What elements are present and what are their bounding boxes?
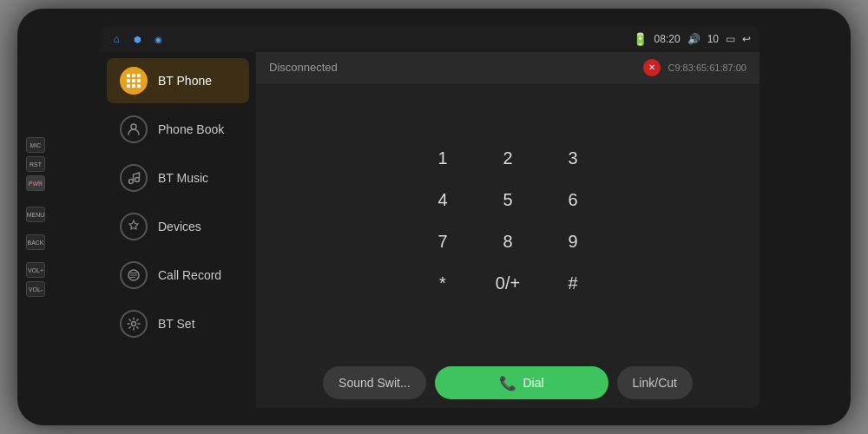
sidebar: BT Phone Phone Book bbox=[100, 52, 256, 408]
bottom-buttons: Sound Swit... 📞 Dial Link/Cut bbox=[256, 358, 760, 408]
dial-key-1[interactable]: 1 bbox=[419, 141, 467, 175]
sidebar-item-bt-music[interactable]: BT Music bbox=[107, 155, 249, 201]
side-buttons-panel: MIC RST PWR MENU BACK VOL+ VOL- bbox=[26, 137, 45, 297]
bt-music-icon bbox=[120, 164, 148, 192]
devices-icon bbox=[120, 213, 148, 240]
svg-rect-5 bbox=[137, 79, 141, 82]
sidebar-label-call-record: Call Record bbox=[158, 268, 221, 282]
right-panel: Disconnected ✕ C9:83:65:61:87:00 1 2 3 4 bbox=[256, 52, 760, 408]
battery-icon: 🔋 bbox=[633, 32, 648, 46]
link-cut-button[interactable]: Link/Cut bbox=[617, 366, 693, 399]
bluetooth-icon: ⬢ bbox=[129, 31, 145, 47]
svg-rect-2 bbox=[137, 74, 141, 77]
status-left: ⌂ ⬢ ◉ bbox=[108, 31, 166, 47]
svg-rect-4 bbox=[132, 79, 135, 82]
back-arrow-icon[interactable]: ↩ bbox=[742, 33, 751, 45]
phone-icon: 📞 bbox=[499, 375, 516, 391]
dial-key-4[interactable]: 4 bbox=[419, 182, 467, 217]
dial-row-1: 1 2 3 bbox=[419, 141, 597, 175]
dial-key-8[interactable]: 8 bbox=[484, 224, 532, 259]
dial-button[interactable]: 📞 Dial bbox=[435, 366, 608, 399]
rst-button[interactable]: RST bbox=[26, 156, 45, 172]
dial-key-hash[interactable]: # bbox=[549, 266, 597, 300]
wifi-icon: ◉ bbox=[150, 31, 166, 47]
dial-row-2: 4 5 6 bbox=[419, 182, 597, 217]
vol-up-button[interactable]: VOL+ bbox=[26, 262, 45, 278]
main-screen: ⌂ ⬢ ◉ 🔋 08:20 🔊 10 ▭ ↩ bbox=[100, 26, 760, 408]
svg-rect-1 bbox=[132, 74, 135, 77]
bt-set-icon bbox=[120, 310, 148, 338]
svg-point-16 bbox=[132, 322, 136, 326]
back-button[interactable]: BACK bbox=[26, 234, 45, 250]
pwr-button[interactable]: PWR bbox=[26, 175, 45, 191]
time-display: 08:20 bbox=[654, 33, 681, 45]
dial-row-3: 7 8 9 bbox=[419, 224, 597, 259]
dial-key-6[interactable]: 6 bbox=[549, 182, 597, 217]
mic-button[interactable]: MIC bbox=[26, 137, 45, 153]
volume-icon: 🔊 bbox=[687, 33, 700, 45]
sidebar-label-bt-phone: BT Phone bbox=[158, 74, 212, 88]
sidebar-item-devices[interactable]: Devices bbox=[107, 204, 249, 249]
dial-key-9[interactable]: 9 bbox=[549, 224, 597, 259]
main-content: BT Phone Phone Book bbox=[100, 52, 760, 408]
screen-icon: ▭ bbox=[726, 33, 735, 45]
battery-level: 10 bbox=[707, 33, 719, 45]
sidebar-item-bt-phone[interactable]: BT Phone bbox=[107, 58, 249, 103]
dial-key-star[interactable]: * bbox=[419, 266, 467, 300]
svg-rect-7 bbox=[132, 84, 135, 88]
connection-status: Disconnected bbox=[269, 61, 338, 74]
dial-key-0[interactable]: 0/+ bbox=[484, 266, 532, 300]
sidebar-item-bt-set[interactable]: BT Set bbox=[107, 301, 249, 346]
car-head-unit: MIC RST PWR MENU BACK VOL+ VOL- ⌂ ⬢ bbox=[17, 9, 851, 425]
call-record-icon bbox=[120, 261, 148, 289]
sound-switch-button[interactable]: Sound Swit... bbox=[323, 366, 426, 399]
dial-key-2[interactable]: 2 bbox=[484, 141, 532, 175]
sidebar-label-devices: Devices bbox=[158, 220, 201, 233]
dial-key-7[interactable]: 7 bbox=[419, 224, 467, 259]
device-info: ✕ C9:83:65:61:87:00 bbox=[643, 59, 746, 76]
svg-point-11 bbox=[135, 178, 140, 182]
sidebar-item-call-record[interactable]: Call Record bbox=[107, 253, 249, 298]
connection-bar: Disconnected ✕ C9:83:65:61:87:00 bbox=[256, 52, 760, 83]
sidebar-item-phone-book[interactable]: Phone Book bbox=[107, 107, 249, 152]
sidebar-label-bt-music: BT Music bbox=[158, 171, 208, 185]
phone-book-icon bbox=[120, 115, 148, 143]
svg-rect-3 bbox=[127, 79, 130, 82]
svg-rect-6 bbox=[127, 84, 130, 88]
dial-key-5[interactable]: 5 bbox=[484, 182, 532, 217]
svg-point-9 bbox=[131, 124, 136, 129]
menu-button[interactable]: MENU bbox=[26, 207, 45, 222]
status-bar: ⌂ ⬢ ◉ 🔋 08:20 🔊 10 ▭ ↩ bbox=[100, 26, 760, 52]
svg-rect-8 bbox=[137, 84, 141, 88]
svg-rect-0 bbox=[127, 74, 130, 77]
disconnect-button[interactable]: ✕ bbox=[643, 59, 661, 76]
sidebar-label-bt-set: BT Set bbox=[158, 317, 195, 331]
status-right: 🔋 08:20 🔊 10 ▭ ↩ bbox=[633, 32, 751, 46]
device-mac: C9:83:65:61:87:00 bbox=[667, 62, 746, 73]
bt-phone-icon bbox=[120, 67, 148, 95]
dial-key-3[interactable]: 3 bbox=[549, 141, 597, 175]
home-icon[interactable]: ⌂ bbox=[108, 31, 124, 47]
dial-row-4: * 0/+ # bbox=[419, 266, 597, 300]
dial-pad: 1 2 3 4 5 6 7 8 9 * bbox=[256, 83, 760, 358]
vol-down-button[interactable]: VOL- bbox=[26, 281, 45, 297]
sidebar-label-phone-book: Phone Book bbox=[158, 122, 224, 136]
